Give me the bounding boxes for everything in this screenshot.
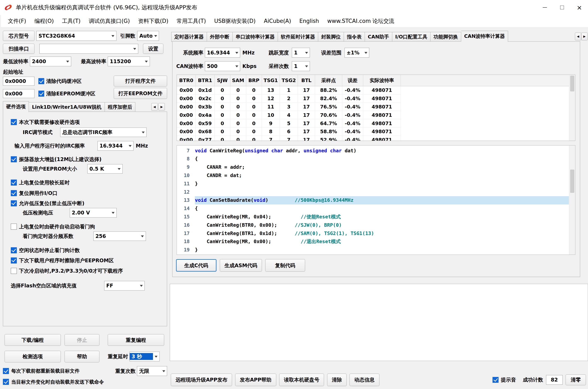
osc-gain-checkbox[interactable] bbox=[11, 156, 17, 162]
table-scrollbar[interactable] bbox=[569, 75, 575, 140]
cold-boot-checkbox[interactable] bbox=[11, 268, 17, 274]
table-row[interactable]: 0x000x3b0001131776.5%-0.4%498071 bbox=[177, 103, 569, 111]
irc-mode-select[interactable]: 总是动态调节IRC频率 bbox=[60, 128, 146, 137]
code-line[interactable]: 9 CANAR = addr; bbox=[177, 163, 569, 171]
maximize-button[interactable] bbox=[553, 0, 571, 15]
reload-target-checkbox[interactable] bbox=[3, 368, 9, 374]
tab[interactable]: Link1D/Writer1A/U8W脱机 bbox=[29, 102, 105, 112]
table-row[interactable]: 0x000x4a0001041770.6%-0.4%498071 bbox=[177, 111, 569, 119]
clear-count-button[interactable]: 清零 bbox=[566, 374, 586, 385]
max-baud-select[interactable]: 115200 bbox=[108, 57, 150, 66]
eeprom-start-address-input[interactable]: 0x000 bbox=[3, 89, 34, 98]
table-row[interactable]: 0x000x59000951764.7%-0.4%498071 bbox=[177, 119, 569, 128]
menu-item[interactable]: USB驱动安装(D) bbox=[210, 17, 260, 25]
scrollbar-thumb[interactable] bbox=[570, 76, 574, 92]
bottom-button[interactable]: 动态信息 bbox=[350, 374, 379, 386]
code-scrollbar[interactable] bbox=[569, 145, 575, 254]
bottom-button[interactable]: 清除 bbox=[327, 374, 347, 386]
generate-c-code-button[interactable]: 生成C代码 bbox=[176, 259, 217, 272]
menu-item[interactable]: 常用工具(T) bbox=[172, 17, 210, 25]
tab-scroll-left-button[interactable]: ◀ bbox=[151, 103, 158, 111]
column-header[interactable]: BTR1 bbox=[196, 75, 214, 86]
menu-item[interactable]: 编程(O) bbox=[30, 17, 58, 25]
message-output-area[interactable] bbox=[170, 284, 588, 361]
error-range-select[interactable]: ±1% bbox=[344, 48, 369, 58]
repeat-delay-select[interactable]: 3 秒 bbox=[130, 352, 160, 361]
erase-eeprom-checkbox[interactable] bbox=[11, 258, 17, 263]
reset-io-checkbox[interactable] bbox=[11, 190, 17, 196]
scan-port-button[interactable]: 扫描串口 bbox=[3, 44, 34, 54]
minimize-button[interactable] bbox=[536, 0, 553, 15]
close-button[interactable]: × bbox=[571, 0, 588, 15]
menu-item[interactable]: 调试仿真接口(G) bbox=[85, 17, 134, 25]
jump-width-select[interactable]: 1 bbox=[292, 48, 310, 58]
menu-item[interactable]: AiCube(A) bbox=[260, 18, 295, 24]
modify-hw-checkbox[interactable] bbox=[11, 119, 17, 125]
tab-scroll-left-button[interactable]: ◀ bbox=[575, 33, 581, 40]
copy-code-button[interactable]: 复制代码 bbox=[265, 259, 305, 272]
tab[interactable]: 指令表 bbox=[344, 32, 365, 42]
bottom-button[interactable]: 远程现场升级APP发布 bbox=[171, 374, 232, 386]
code-line[interactable]: 19} bbox=[177, 246, 569, 254]
code-line[interactable]: 14{ bbox=[177, 204, 569, 213]
scrollbar-thumb[interactable] bbox=[570, 169, 574, 193]
clear-eeprom-checkbox[interactable] bbox=[38, 91, 44, 97]
generate-asm-code-button[interactable]: 生成ASM代码 bbox=[220, 259, 262, 272]
autoload-checkbox[interactable] bbox=[3, 379, 9, 385]
column-header[interactable]: BTR0 bbox=[177, 75, 196, 86]
column-header[interactable]: SAM bbox=[230, 75, 246, 86]
code-start-address-input[interactable]: 0x0000 bbox=[3, 77, 34, 86]
min-baud-select[interactable]: 2400 bbox=[30, 57, 71, 66]
download-program-button[interactable]: 下载/编程 bbox=[4, 334, 61, 346]
lvr-checkbox[interactable] bbox=[11, 200, 17, 206]
table-row[interactable]: 0x000x2c0001221782.4%-0.4%498071 bbox=[177, 94, 569, 103]
stop-button[interactable]: 停止 bbox=[65, 334, 99, 346]
table-row[interactable]: 0x000x1d0001311788.2%-0.4%498071 bbox=[177, 86, 569, 94]
column-header[interactable]: TSG1 bbox=[262, 75, 280, 86]
bottom-button[interactable]: 发布APP帮助 bbox=[235, 374, 276, 386]
open-program-file-button[interactable]: 打开程序文件 bbox=[114, 76, 167, 86]
sample-count-select[interactable]: 1 bbox=[292, 61, 310, 71]
tab-scroll-right-button[interactable]: ▶ bbox=[158, 103, 165, 111]
tab[interactable]: 串口波特率计算器 bbox=[233, 32, 278, 42]
tab[interactable]: 硬件选项 bbox=[3, 101, 29, 112]
beep-checkbox[interactable] bbox=[493, 377, 499, 383]
can-baud-select[interactable]: 500 bbox=[205, 61, 240, 71]
tab[interactable]: 功能脚切换 bbox=[430, 32, 461, 42]
fill-value-select[interactable]: FF bbox=[104, 281, 145, 290]
menu-item[interactable]: English bbox=[295, 18, 323, 24]
menu-item[interactable]: 文件(F) bbox=[4, 17, 30, 25]
code-line[interactable]: 16 CanWriteReg(BTR0, 0x00); //SJW(0), BR… bbox=[177, 221, 569, 229]
irc-freq-select[interactable]: 16.9344 bbox=[98, 141, 134, 150]
long-por-checkbox[interactable] bbox=[11, 180, 17, 186]
code-line[interactable]: 11} bbox=[177, 180, 569, 188]
menu-item[interactable]: www.STCAI.com 论坛交流 bbox=[323, 17, 398, 25]
code-line[interactable]: 10 CANDR = dat; bbox=[177, 171, 569, 180]
serial-port-select[interactable] bbox=[39, 44, 138, 54]
column-header[interactable]: TSG2 bbox=[280, 75, 298, 86]
tab[interactable]: CAN助手 bbox=[365, 32, 392, 42]
repeat-program-button[interactable]: 重复编程 bbox=[108, 334, 164, 346]
lvd-select[interactable]: 2.00 V bbox=[70, 208, 117, 217]
idle-wdt-checkbox[interactable] bbox=[11, 247, 17, 253]
code-line[interactable]: 12 bbox=[177, 188, 569, 196]
code-line[interactable]: 8{ bbox=[177, 155, 569, 163]
sys-freq-select[interactable]: 16.9344 bbox=[205, 48, 240, 58]
help-button[interactable]: 帮助 bbox=[65, 351, 99, 362]
chip-model-button[interactable]: 芯片型号 bbox=[3, 31, 34, 41]
tab[interactable]: 外部中断 bbox=[207, 32, 233, 42]
chip-model-select[interactable]: STC32G8K64 bbox=[36, 31, 116, 41]
pin-count-select[interactable]: Auto bbox=[137, 31, 159, 41]
repeat-times-select[interactable]: 无限 bbox=[137, 366, 167, 376]
success-count-input[interactable]: 82 bbox=[546, 375, 563, 385]
code-line[interactable]: 17 CanWriteReg(BTR1, 0x1d); //SAM(0), TS… bbox=[177, 229, 569, 238]
clear-code-checkbox[interactable] bbox=[38, 78, 44, 84]
bottom-button[interactable]: 读取本机硬盘号 bbox=[279, 374, 324, 386]
table-row[interactable]: 0x000x77000771752.9%-0.4%498071 bbox=[177, 136, 569, 141]
tab[interactable]: 软件延时计算器 bbox=[278, 32, 318, 42]
settings-button[interactable]: 设置 bbox=[143, 44, 163, 54]
open-eeprom-file-button[interactable]: 打开EEPROM文件 bbox=[114, 88, 167, 99]
code-line[interactable]: 18 CanWriteReg(MR, 0x00); //退出Reset模式 bbox=[177, 237, 569, 246]
tab-scroll-right-button[interactable]: ▶ bbox=[581, 33, 588, 40]
code-line[interactable]: 13void CanSetBaudrate(void) //500Kbps@16… bbox=[177, 196, 569, 204]
